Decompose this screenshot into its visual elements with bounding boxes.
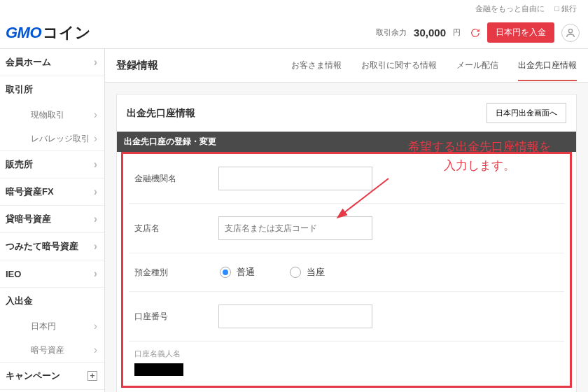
sidebar-item-deposit-withdraw[interactable]: 入出金 bbox=[0, 288, 104, 314]
sidebar-item-lending[interactable]: 貸暗号資産› bbox=[0, 206, 104, 233]
topbar-bank-link[interactable]: □ 銀行 bbox=[554, 4, 577, 14]
sidebar-item-ieo[interactable]: IEO› bbox=[0, 260, 104, 288]
sidebar-item-spot[interactable]: 現物取引› bbox=[0, 103, 104, 127]
sidebar-item-crypto[interactable]: 暗号資産› bbox=[0, 338, 104, 363]
sidebar-sublabel: 現物取引 bbox=[31, 109, 64, 121]
sidebar-item-jpy[interactable]: 日本円› bbox=[0, 314, 104, 338]
plus-icon: + bbox=[88, 371, 97, 381]
balance-label: 取引余力 bbox=[376, 27, 407, 38]
logo-coin: コイン bbox=[43, 22, 91, 43]
chevron-right-icon: › bbox=[94, 344, 97, 356]
bank-name-label: 金融機関名 bbox=[134, 173, 218, 185]
tab-transaction-info[interactable]: お取引に関する情報 bbox=[361, 59, 437, 81]
sidebar-item-campaign[interactable]: キャンペーン+ bbox=[0, 363, 104, 390]
chevron-right-icon: › bbox=[94, 56, 97, 69]
sidebar-item-cryptofx[interactable]: 暗号資産FX› bbox=[0, 178, 104, 206]
deposit-jpy-button[interactable]: 日本円を入金 bbox=[487, 22, 554, 43]
branch-input[interactable] bbox=[218, 216, 372, 240]
balance-unit: 円 bbox=[453, 27, 461, 38]
chevron-right-icon: › bbox=[94, 213, 97, 225]
user-icon bbox=[565, 27, 576, 38]
logo[interactable]: GMO コイン bbox=[6, 22, 91, 43]
account-number-label: 口座番号 bbox=[134, 311, 218, 323]
sidebar-item-member-home[interactable]: 会員ホーム› bbox=[0, 49, 104, 76]
chevron-right-icon: › bbox=[94, 108, 97, 121]
account-type-current-radio[interactable]: 当座 bbox=[290, 266, 325, 279]
sidebar-sublabel: レバレッジ取引 bbox=[31, 133, 90, 145]
reload-icon[interactable] bbox=[470, 28, 480, 38]
tab-customer-info[interactable]: お客さま情報 bbox=[291, 59, 342, 81]
radio-icon bbox=[220, 267, 231, 278]
section-header: 出金先口座の登録・変更 bbox=[117, 132, 576, 152]
tab-mail[interactable]: メール配信 bbox=[456, 59, 498, 81]
account-holder-label: 口座名義人名 bbox=[134, 349, 559, 359]
go-withdraw-screen-button[interactable]: 日本円出金画面へ bbox=[486, 103, 566, 123]
radio-label: 当座 bbox=[307, 266, 325, 279]
sidebar-sublabel: 日本円 bbox=[31, 321, 56, 332]
sidebar: 会員ホーム› 取引所 現物取引› レバレッジ取引› 販売所› 暗号資産FX› 貸… bbox=[0, 49, 105, 392]
sidebar-label: 暗号資産FX bbox=[6, 186, 54, 198]
panel-title: 出金先口座情報 bbox=[127, 107, 195, 120]
sidebar-item-sales[interactable]: 販売所› bbox=[0, 151, 104, 178]
account-type-label: 預金種別 bbox=[134, 267, 218, 279]
page-title: 登録情報 bbox=[116, 59, 158, 72]
sidebar-label: 貸暗号資産 bbox=[6, 213, 51, 225]
balance-amount: 30,000 bbox=[414, 27, 446, 38]
sidebar-label: 入出金 bbox=[6, 295, 33, 307]
avatar[interactable] bbox=[561, 24, 580, 42]
account-type-normal-radio[interactable]: 普通 bbox=[220, 266, 255, 279]
chevron-right-icon: › bbox=[94, 267, 97, 280]
chevron-right-icon: › bbox=[94, 186, 97, 198]
sidebar-label: つみたて暗号資産 bbox=[6, 240, 78, 253]
account-number-input[interactable] bbox=[218, 304, 372, 328]
chevron-right-icon: › bbox=[94, 132, 97, 145]
bank-name-input[interactable] bbox=[218, 167, 372, 190]
sidebar-item-leverage[interactable]: レバレッジ取引› bbox=[0, 127, 104, 151]
logo-gmo: GMO bbox=[6, 24, 41, 42]
sidebar-sublabel: 暗号資産 bbox=[31, 344, 64, 356]
topbar-slogan: 金融をもっと自由に bbox=[475, 4, 545, 14]
chevron-right-icon: › bbox=[94, 240, 97, 253]
chevron-right-icon: › bbox=[94, 158, 97, 171]
sidebar-item-saving[interactable]: つみたて暗号資産› bbox=[0, 233, 104, 260]
branch-label: 支店名 bbox=[134, 223, 218, 234]
account-holder-redacted bbox=[134, 363, 183, 376]
sidebar-label: キャンペーン bbox=[6, 370, 60, 382]
sidebar-label: 会員ホーム bbox=[6, 56, 51, 69]
sidebar-label: 取引所 bbox=[6, 83, 33, 96]
tab-withdraw-account[interactable]: 出金先口座情報 bbox=[518, 59, 577, 81]
form-highlight-box: 金融機関名 支店名 預金種別 普通 bbox=[121, 152, 572, 388]
sidebar-label: IEO bbox=[6, 269, 21, 279]
sidebar-label: 販売所 bbox=[6, 158, 33, 171]
radio-icon bbox=[290, 267, 301, 278]
svg-point-0 bbox=[568, 29, 572, 32]
chevron-right-icon: › bbox=[94, 320, 97, 332]
sidebar-item-exchange[interactable]: 取引所 bbox=[0, 76, 104, 103]
radio-label: 普通 bbox=[237, 266, 255, 279]
